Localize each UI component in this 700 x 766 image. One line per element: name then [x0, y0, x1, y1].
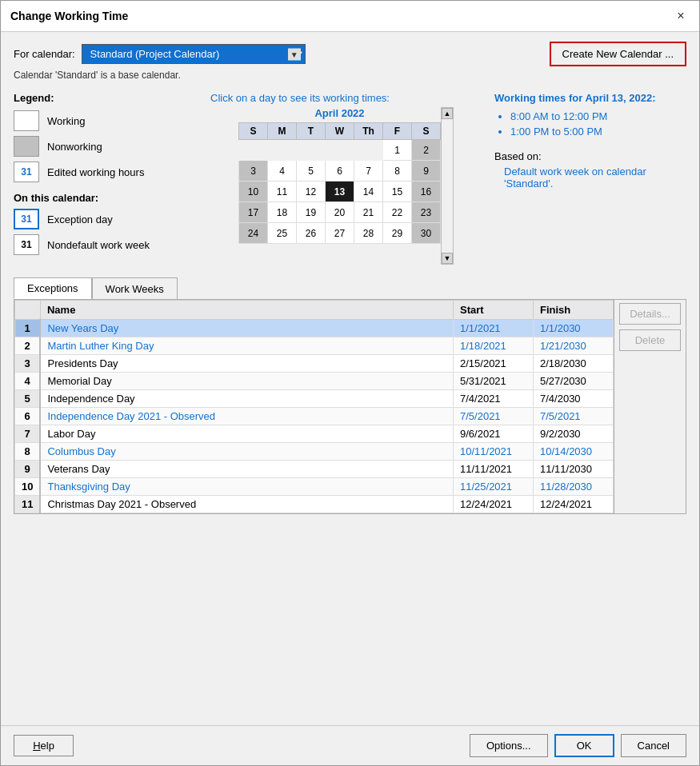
calendar-day[interactable]: 16	[412, 182, 441, 202]
row-name: Columbus Day	[40, 443, 453, 461]
row-name: Thanksgiving Day	[40, 478, 453, 496]
top-row: For calendar: Standard (Project Calendar…	[14, 42, 686, 66]
footer-left: Help	[14, 735, 74, 756]
calendar-day[interactable]: 25	[268, 223, 297, 244]
calendar-day[interactable]: 12	[297, 182, 326, 202]
table-row[interactable]: 4Memorial Day5/31/20215/27/2030	[15, 373, 614, 390]
legend-item-edited: 31 Edited working hours	[14, 162, 198, 182]
calendar-day	[412, 244, 441, 265]
calendar-day[interactable]: 6	[326, 161, 354, 182]
calendar-scroll-up[interactable]: ▲	[442, 108, 453, 119]
title-bar: Change Working Time ×	[1, 1, 699, 32]
calendar-day[interactable]: 13	[326, 182, 354, 202]
table-row[interactable]: 1New Years Day1/1/20211/1/2030	[15, 320, 614, 337]
tab-exceptions[interactable]: Exceptions	[14, 277, 92, 299]
legend-item-nondefault: 31 Nondefault work week	[14, 234, 198, 255]
row-number: 11	[15, 496, 41, 513]
options-button[interactable]: Options...	[470, 734, 548, 757]
row-start: 5/31/2021	[454, 373, 534, 390]
calendar-day[interactable]: 26	[297, 223, 326, 244]
table-row[interactable]: 5Independence Day7/4/20217/4/2030	[15, 390, 614, 408]
calendar-day	[326, 140, 354, 161]
legend-panel: Legend: Working Nonworking 31 Edited wor…	[14, 92, 198, 265]
calendar-day[interactable]: 20	[326, 202, 354, 223]
calendar-day[interactable]: 17	[239, 202, 268, 223]
calendar-day[interactable]: 23	[412, 202, 441, 223]
row-finish: 11/11/2030	[534, 461, 614, 478]
calendar-day[interactable]: 24	[239, 223, 268, 244]
cal-header-thu: Th	[354, 123, 383, 140]
calendar-day[interactable]: 15	[383, 182, 412, 202]
calendar-day[interactable]: 1	[383, 140, 412, 161]
table-row[interactable]: 8Columbus Day10/11/202110/14/2030	[15, 443, 614, 461]
calendar-day[interactable]: 27	[326, 223, 354, 244]
row-finish: 5/27/2030	[534, 373, 614, 390]
calendar-day[interactable]: 9	[412, 161, 441, 182]
cal-header-sat: S	[412, 123, 441, 140]
calendar-select-wrapper[interactable]: Standard (Project Calendar)	[82, 44, 306, 64]
calendar-day	[239, 140, 268, 161]
calendar-day[interactable]: 5	[297, 161, 326, 182]
exceptions-table-wrapper: Name Start Finish 1New Years Day1/1/2021…	[14, 300, 614, 513]
exceptions-section: Name Start Finish 1New Years Day1/1/2021…	[14, 299, 686, 514]
cal-header-mon: M	[268, 123, 297, 140]
row-finish: 11/28/2030	[534, 478, 614, 496]
row-start: 11/11/2021	[454, 461, 534, 478]
tab-work-weeks[interactable]: Work Weeks	[92, 277, 178, 299]
legend-item-nonworking: Nonworking	[14, 136, 198, 157]
col-num	[15, 301, 41, 320]
footer-right: Options... OK Cancel	[470, 734, 686, 757]
working-time-1: 8:00 AM to 12:00 PM	[510, 110, 686, 122]
details-button[interactable]: Details...	[619, 303, 681, 325]
calendar-day[interactable]: 10	[239, 182, 268, 202]
calendar-day[interactable]: 7	[354, 161, 383, 182]
legend-title: Legend:	[14, 92, 198, 104]
row-number: 2	[15, 337, 41, 355]
dialog-body: For calendar: Standard (Project Calendar…	[1, 32, 699, 725]
table-row[interactable]: 11Christmas Day 2021 - Observed12/24/202…	[15, 496, 614, 513]
calendar-day[interactable]: 19	[297, 202, 326, 223]
row-finish: 9/2/2030	[534, 425, 614, 443]
calendar-day	[297, 140, 326, 161]
row-start: 7/4/2021	[454, 390, 534, 408]
legend-box-exception: 31	[14, 209, 39, 229]
calendar-day[interactable]: 22	[383, 202, 412, 223]
table-row[interactable]: 9Veterans Day11/11/202111/11/2030	[15, 461, 614, 478]
cancel-button[interactable]: Cancel	[621, 734, 686, 757]
calendar-day[interactable]: 21	[354, 202, 383, 223]
create-new-calendar-button[interactable]: Create New Calendar ...	[550, 42, 686, 66]
calendar-day[interactable]: 2	[412, 140, 441, 161]
exceptions-table[interactable]: Name Start Finish 1New Years Day1/1/2021…	[14, 300, 614, 513]
row-number: 7	[15, 425, 41, 443]
calendar-day	[354, 140, 383, 161]
legend-item-exception: 31 Exception day	[14, 209, 198, 229]
help-button[interactable]: Help	[14, 735, 74, 756]
calendar-day[interactable]: 11	[268, 182, 297, 202]
table-row[interactable]: 2Martin Luther King Day1/18/20211/21/203…	[15, 337, 614, 355]
close-button[interactable]: ×	[672, 7, 690, 25]
calendar-widget: April 2022 S M T W Th F S	[238, 107, 441, 265]
calendar-scroll-down[interactable]: ▼	[442, 253, 453, 264]
row-finish: 7/4/2030	[534, 390, 614, 408]
table-row[interactable]: 10Thanksgiving Day11/25/202111/28/2030	[15, 478, 614, 496]
calendar-day[interactable]: 14	[354, 182, 383, 202]
calendar-day[interactable]: 3	[239, 161, 268, 182]
table-row[interactable]: 7Labor Day9/6/20219/2/2030	[15, 425, 614, 443]
calendar-day[interactable]: 8	[383, 161, 412, 182]
row-finish: 12/24/2021	[534, 496, 614, 513]
table-row[interactable]: 3Presidents Day2/15/20212/18/2030	[15, 355, 614, 373]
delete-button[interactable]: Delete	[619, 329, 681, 351]
based-on-text: Default work week on calendar 'Standard'…	[494, 166, 686, 190]
calendar-day[interactable]: 4	[268, 161, 297, 182]
cal-header-tue: T	[297, 123, 326, 140]
calendar-day[interactable]: 29	[383, 223, 412, 244]
cal-header-fri: F	[383, 123, 412, 140]
main-section: Legend: Working Nonworking 31 Edited wor…	[14, 92, 686, 265]
calendar-month-title: April 2022	[238, 107, 441, 119]
calendar-day[interactable]: 28	[354, 223, 383, 244]
ok-button[interactable]: OK	[554, 734, 614, 757]
calendar-select[interactable]: Standard (Project Calendar)	[82, 44, 306, 64]
calendar-day[interactable]: 18	[268, 202, 297, 223]
calendar-day[interactable]: 30	[412, 223, 441, 244]
table-row[interactable]: 6Independence Day 2021 - Observed7/5/202…	[15, 408, 614, 425]
